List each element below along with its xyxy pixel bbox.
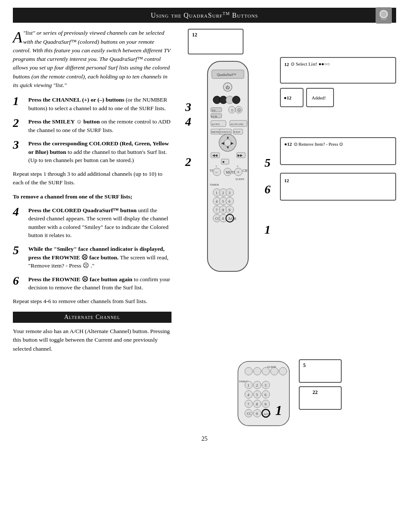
svg-text:1: 1 [275,403,282,418]
step-1-bold: Press the CHANNEL (+) or (–) buttons [28,96,124,103]
overlay-6: 6 [265,182,271,197]
svg-text:EXIT: EXIT [234,130,241,134]
svg-text:▶▶: ▶▶ [238,153,243,157]
svg-text:A/CH: A/CH [228,217,236,221]
step-5-text: While the "Smiley" face channel indicato… [28,245,171,270]
svg-text:QuadraSurf™: QuadraSurf™ [217,73,236,77]
between-text-2: Repeat steps 4-6 to remove other channel… [13,297,171,306]
overlay-2: 2 [185,155,191,169]
screen3-right-added: Added! [310,95,326,100]
alternate-channel-header: Alternate Channel [13,312,171,323]
step-6: 6 Press the FROWNIE ☹ face button again … [13,275,171,292]
title-using: Using the QuadraSurf [151,12,223,19]
step-6-bold: Press the FROWNIE ☹ face button again [28,276,132,283]
svg-text:⏻: ⏻ [226,85,230,90]
tv-screen-dot12: ●12 [280,88,304,107]
page-header: Using the QuadraSurfTM Buttons [13,8,396,23]
svg-text:◀◀: ◀◀ [212,153,218,157]
svg-text:SLEEP: SLEEP [235,177,244,181]
svg-text:STATUS: STATUS [220,130,231,134]
remote-svg: QuadraSurf™ ⏻ TV VCR ☺ [195,57,261,280]
main-content: A"list" or series of previously viewed c… [0,23,409,353]
screen4-channel: ●12 [284,141,292,147]
svg-text:+: + [215,164,217,168]
alternate-channel-body: Your remote also has an A/CH (Alternate … [13,327,171,353]
remove-heading: To remove a channel from one of the SURF… [13,192,171,201]
screen2-channel: 12 [284,62,289,67]
screen5-channel: 12 [284,178,289,183]
bottom-section: SLEEP TIMER 1 2 3 4 5 6 7 8 [0,353,409,430]
bottom-tv-screens: 5 22 [299,359,342,410]
svg-rect-3 [208,61,248,271]
page-title: Using the QuadraSurfTM Buttons [151,12,258,19]
svg-text:7: 7 [247,402,250,406]
screen4-status: ⊙ Remove Item? - Press ⊙ [294,141,343,147]
tv-screen-remove: ●12 ⊙ Remove Item? - Press ⊙ [280,137,396,165]
svg-text:MUTE: MUTE [226,171,236,174]
bottom-right: SLEEP TIMER 1 2 3 4 5 6 7 8 [179,358,396,430]
svg-text:3: 3 [265,383,267,388]
svg-text:3: 3 [229,191,231,195]
step-4-text: Press the COLORED QuadraSurf™ button unt… [28,206,171,240]
title-tm: TM [223,11,230,16]
svg-text:6: 6 [229,199,231,204]
step-2-number: 2 [13,117,25,130]
svg-text:+: + [237,164,239,168]
step-3: 3 Press the corresponding COLORED (Red, … [13,139,171,165]
tv-screen-ch12-only: 12 [280,173,396,201]
svg-text:9: 9 [265,402,267,406]
step-2-text: Press the SMILEY ☺ button on the remote … [28,117,171,134]
overlay-4: 4 [185,114,191,129]
svg-text:5: 5 [222,199,224,204]
svg-text:AUTO PIC: AUTO PIC [230,123,244,126]
svg-text:☹: ☹ [237,108,241,112]
title-buttons: Buttons [230,12,258,19]
svg-text:0: 0 [222,216,224,221]
step-4: 4 Press the COLORED QuadraSurf™ button u… [13,206,171,240]
drop-cap: A [13,30,22,45]
svg-point-11 [232,96,240,104]
tv-screen-top: 12 [188,29,244,54]
svg-point-2 [381,11,387,17]
step-2-bold: Press the SMILEY ☺ button [28,118,100,125]
svg-text:1: 1 [216,191,218,195]
step-4-number: 4 [13,205,25,219]
svg-text:■: ■ [223,160,225,164]
svg-text:7: 7 [216,208,218,212]
page-number: 25 [0,430,409,447]
svg-text:4: 4 [216,199,218,204]
between-text-1: Repeat steps 1 through 3 to add addition… [13,170,171,187]
bottom-remote-svg: SLEEP TIMER 1 2 3 4 5 6 7 8 [234,359,294,428]
screen3-row: ●12 Added! [280,88,396,107]
bottom-screen-22: 22 [299,386,342,410]
intro-paragraph: A"list" or series of previously viewed c… [13,29,171,90]
svg-text:6: 6 [265,393,267,397]
screen3-left-ch: ●12 [284,95,292,100]
svg-text:2: 2 [222,191,224,195]
right-column: 12 3 4 2 QuadraSurf™ [179,29,396,353]
tv-screen-added: Added! [306,88,334,107]
svg-text:TIMER: TIMER [210,183,219,186]
svg-point-84 [279,367,287,375]
svg-text:CC: CC [215,217,220,221]
tv-screens-right: 12 ⊙ Select List! ●●○○ ●12 Added! [280,57,396,201]
svg-text:TV: TV [212,109,216,112]
step-1: 1 Press the CHANNEL (+) or (–) buttons (… [13,96,171,112]
left-column: A"list" or series of previously viewed c… [13,29,171,353]
svg-point-81 [253,367,261,375]
svg-text:CH: CH [243,169,247,173]
step-2: 2 Press the SMILEY ☺ button on the remot… [13,117,171,134]
svg-text:9: 9 [229,208,231,212]
svg-text:AUTO: AUTO [211,123,220,126]
intro-text-body: "list" or series of previously viewed ch… [13,30,171,88]
step-6-number: 6 [13,274,25,288]
svg-text:SLEEP: SLEEP [267,365,276,369]
remote-illustration: QuadraSurf™ ⏻ TV VCR ☺ [195,57,261,282]
step-4-bold: Press the COLORED QuadraSurf™ button [28,207,137,213]
svg-text:◀: ◀ [221,141,224,145]
svg-text:2: 2 [256,383,258,388]
remove-heading-bold: To remove a channel from one of the SURF… [13,193,132,200]
svg-text:CC: CC [247,412,252,416]
step-5-number: 5 [13,244,25,257]
step-6-text: Press the FROWNIE ☹ face button again to… [28,275,171,292]
